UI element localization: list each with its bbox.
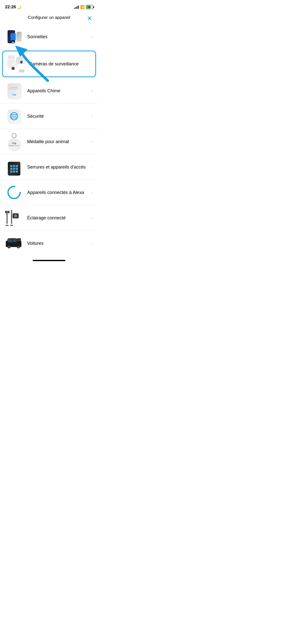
battery-icon: 44 <box>86 5 93 9</box>
list-item-securite[interactable]: Sécurité › <box>0 104 98 129</box>
lighting-label: Éclairage connecté <box>27 215 90 221</box>
svg-rect-16 <box>8 239 12 242</box>
securite-image <box>5 107 23 125</box>
pet-tag-label: Médaille pour animal <box>27 139 90 144</box>
lock-icon: 7 8 9 4 5 6 1 2 3 <box>7 158 22 176</box>
svg-rect-3 <box>6 225 9 226</box>
lighting-icon <box>5 209 23 227</box>
locks-image: 7 8 9 4 5 6 1 2 3 <box>5 158 23 176</box>
cameras-image <box>7 55 25 73</box>
close-icon: ✕ <box>87 15 92 22</box>
security-icon <box>8 110 21 123</box>
list-item-pet-tag[interactable]: ring Always Home Médaille pour animal › <box>0 129 98 154</box>
alexa-icon <box>7 185 21 200</box>
chime-chevron: › <box>92 88 93 94</box>
svg-point-21 <box>18 246 19 248</box>
status-icons: 📶 44 <box>74 5 93 9</box>
list-item-locks[interactable]: 7 8 9 4 5 6 1 2 3 Serrures et appareils <box>0 154 98 180</box>
cameras-chevron: › <box>90 61 91 67</box>
alexa-chevron: › <box>92 190 93 195</box>
pet-tag-chevron: › <box>92 139 93 144</box>
pet-tag-image: ring Always Home <box>5 133 23 151</box>
close-button[interactable]: ✕ <box>86 15 93 22</box>
securite-chevron: › <box>92 114 93 119</box>
status-bar: 22:26 🌙 📶 44 <box>0 0 98 13</box>
voitures-chevron: › <box>92 241 93 246</box>
signal-icon <box>74 5 79 9</box>
chime-image: ring <box>5 82 23 100</box>
home-indicator <box>33 260 65 261</box>
svg-point-15 <box>18 239 20 240</box>
chime-icon: ring <box>8 83 21 98</box>
securite-label: Sécurité <box>27 114 90 119</box>
status-time: 22:26 <box>5 5 16 10</box>
pet-tag-icon: ring Always Home <box>7 133 22 150</box>
page-title: Configurer un appareil <box>28 15 70 20</box>
moon-icon: 🌙 <box>17 5 21 9</box>
svg-rect-17 <box>13 239 16 242</box>
alexa-label: Appareils connectés à Alexa <box>27 190 90 195</box>
car-icon <box>5 234 23 252</box>
lighting-image <box>5 209 23 227</box>
locks-chevron: › <box>92 165 93 170</box>
sonnettes-label: Sonnettes <box>27 34 90 39</box>
header: Configurer un appareil ✕ <box>0 13 98 24</box>
sonnettes-image <box>5 28 23 46</box>
locks-label: Serrures et appareils d'accès <box>27 165 90 170</box>
lighting-chevron: › <box>92 215 93 221</box>
svg-rect-2 <box>7 212 8 224</box>
svg-point-5 <box>6 211 9 213</box>
list-item-voitures[interactable]: Voitures › <box>0 231 98 256</box>
svg-point-19 <box>8 246 10 248</box>
wifi-icon: 📶 <box>80 5 84 9</box>
svg-point-1 <box>8 186 20 198</box>
device-list: Sonnettes › Caméras de surveillance › <box>0 24 98 256</box>
svg-rect-7 <box>10 225 13 226</box>
alexa-image <box>5 183 23 202</box>
cameras-icon <box>7 55 25 73</box>
home-bar <box>0 256 98 263</box>
cameras-label: Caméras de surveillance <box>29 61 88 67</box>
svg-rect-6 <box>11 210 12 224</box>
voitures-image <box>5 234 23 252</box>
list-item-alexa[interactable]: Appareils connectés à Alexa › <box>0 180 98 205</box>
sonnettes-chevron: › <box>92 34 93 39</box>
list-item-chime[interactable]: ring Appareils Chime › <box>0 78 98 104</box>
list-item-sonnettes[interactable]: Sonnettes › <box>0 24 98 50</box>
list-item-cameras[interactable]: Caméras de surveillance › <box>2 51 96 77</box>
chime-label: Appareils Chime <box>27 88 90 94</box>
list-item-lighting[interactable]: Éclairage connecté › <box>0 205 98 231</box>
sonnettes-icon <box>6 28 23 45</box>
voitures-label: Voitures <box>27 241 90 246</box>
svg-point-10 <box>15 215 17 217</box>
